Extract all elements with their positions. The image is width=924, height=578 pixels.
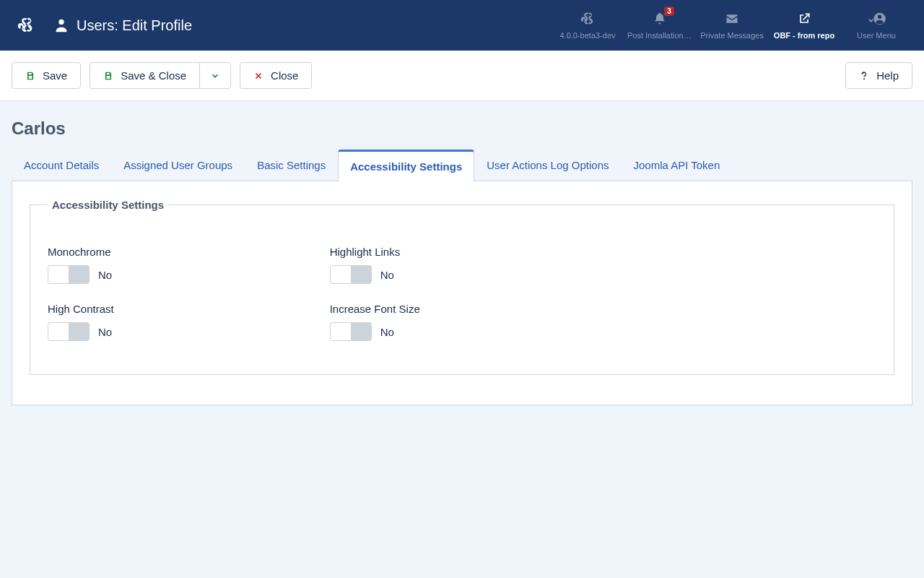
external-icon: [797, 11, 811, 27]
accessibility-fieldset: Accessibility Settings MonochromeNoHighl…: [30, 199, 894, 375]
save-close-dropdown[interactable]: [199, 62, 231, 89]
header-item-bell[interactable]: 3Post Installation …: [624, 0, 696, 51]
field-increase-font-size: Increase Font SizeNo: [330, 303, 595, 341]
field-label: Increase Font Size: [330, 303, 595, 315]
envelope-icon: [725, 11, 739, 27]
close-button[interactable]: Close: [240, 62, 312, 89]
joomla-logo-icon[interactable]: [16, 15, 36, 35]
save-icon: [25, 71, 35, 81]
title-wrap: Users: Edit Profile: [53, 17, 192, 34]
save-icon: [103, 71, 113, 81]
tab-basic-settings[interactable]: Basic Settings: [245, 150, 338, 181]
save-button[interactable]: Save: [12, 62, 81, 89]
toggle-value-label: No: [380, 326, 394, 338]
field-high-contrast: High ContrastNo: [48, 303, 313, 341]
toggle-row: No: [48, 265, 313, 284]
svg-point-0: [58, 20, 64, 25]
toggle-row: No: [330, 322, 595, 341]
toggle-switch[interactable]: [330, 265, 372, 284]
joomla-icon: [580, 11, 595, 27]
header-item-label: 4.0.0-beta3-dev: [559, 31, 615, 40]
toggle-switch[interactable]: [48, 322, 90, 341]
toggle-row: No: [330, 265, 595, 284]
svg-point-2: [878, 15, 882, 20]
header-item-label: User Menu: [857, 31, 896, 40]
header-item-label: Private Messages: [700, 31, 763, 40]
header-item-label: Post Installation …: [627, 31, 692, 40]
tabs: Account DetailsAssigned User GroupsBasic…: [12, 149, 912, 181]
user-icon: [53, 17, 69, 33]
field-label: Highlight Links: [330, 246, 595, 258]
help-button[interactable]: Help: [845, 62, 912, 89]
toggle-value-label: No: [98, 326, 112, 338]
save-close-label: Save & Close: [121, 69, 186, 82]
toggle-switch[interactable]: [48, 265, 90, 284]
page-title: Users: Edit Profile: [77, 17, 192, 34]
header-item-joomla[interactable]: 4.0.0-beta3-dev: [552, 0, 624, 51]
field-label: Monochrome: [48, 246, 313, 258]
toggle-row: No: [48, 322, 313, 341]
header-item-envelope[interactable]: Private Messages: [696, 0, 768, 51]
save-close-button[interactable]: Save & Close: [90, 62, 199, 89]
header-item-user-circle[interactable]: User Menu: [840, 0, 912, 51]
header-item-external[interactable]: OBF - from repo: [768, 0, 840, 51]
save-close-group: Save & Close: [90, 62, 231, 89]
field-label: High Contrast: [48, 303, 313, 315]
notification-badge: 3: [664, 7, 674, 16]
user-circle-icon: [867, 11, 886, 27]
toggle-value-label: No: [98, 269, 112, 281]
fieldset-legend: Accessibility Settings: [48, 199, 168, 211]
toggle-switch[interactable]: [330, 322, 372, 341]
tab-user-actions-log-options[interactable]: User Actions Log Options: [474, 150, 621, 181]
toggle-value-label: No: [380, 269, 394, 281]
field-highlight-links: Highlight LinksNo: [330, 246, 595, 284]
chevron-down-icon: [210, 71, 220, 81]
tab-panel: Accessibility Settings MonochromeNoHighl…: [12, 181, 912, 405]
tab-accessibility-settings[interactable]: Accessibility Settings: [338, 150, 474, 181]
help-icon: [859, 71, 869, 81]
tab-account-details[interactable]: Account Details: [12, 150, 111, 181]
tab-assigned-user-groups[interactable]: Assigned User Groups: [111, 150, 245, 181]
help-label: Help: [876, 69, 899, 82]
toolbar: Save Save & Close Close Help: [0, 51, 924, 101]
app-header: Users: Edit Profile 4.0.0-beta3-dev3Post…: [0, 0, 924, 51]
header-item-label: OBF - from repo: [774, 31, 834, 40]
tab-joomla-api-token[interactable]: Joomla API Token: [622, 150, 733, 181]
header-items: 4.0.0-beta3-dev3Post Installation …Priva…: [552, 0, 912, 51]
user-name-title: Carlos: [12, 118, 912, 139]
bell-icon: 3: [653, 11, 667, 27]
content: Carlos Account DetailsAssigned User Grou…: [0, 101, 924, 434]
close-icon: [253, 71, 263, 81]
field-monochrome: MonochromeNo: [48, 246, 313, 284]
close-label: Close: [271, 69, 298, 82]
fields-grid: MonochromeNoHighlight LinksNoHigh Contra…: [48, 246, 876, 341]
save-label: Save: [43, 69, 67, 82]
